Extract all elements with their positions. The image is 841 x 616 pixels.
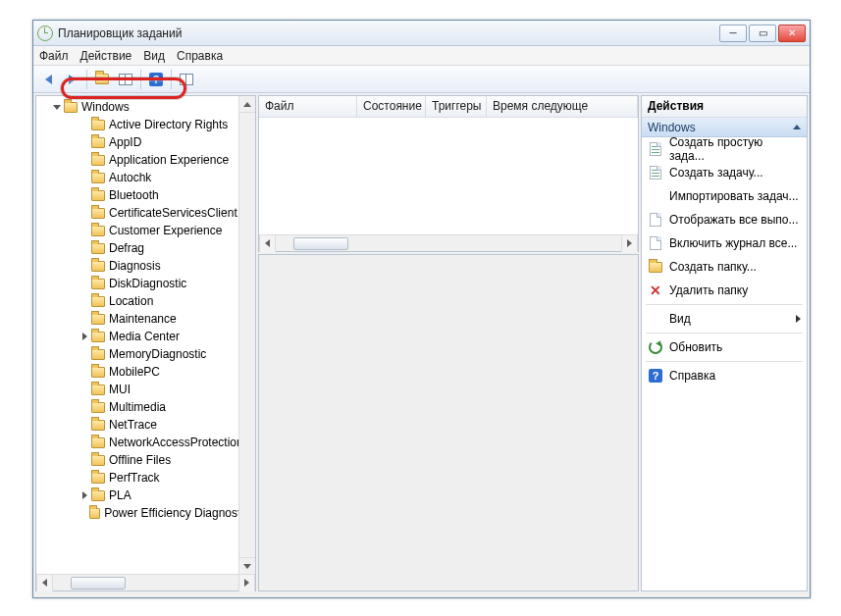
tree-node[interactable]: Multimedia [36, 398, 255, 416]
scroll-left-button[interactable] [36, 575, 53, 591]
twisty-icon [79, 420, 89, 430]
twisty-icon [79, 402, 89, 412]
action-delete-folder[interactable]: ✕ Удалить папку [642, 279, 807, 302]
twisty-icon [79, 173, 89, 182]
action-create-task[interactable]: Создать задачу... [642, 161, 807, 184]
tree-node[interactable]: MobilePC [36, 363, 255, 381]
tree-node[interactable]: Application Experience [36, 151, 255, 169]
titlebar[interactable]: Планировщик заданий ─ ▭ ✕ [33, 21, 810, 46]
tree-node[interactable]: NetTrace [36, 416, 255, 434]
tree-node[interactable]: AppID [36, 133, 255, 151]
list-header: Файл Состояние Триггеры Время следующе [259, 96, 638, 118]
properties-button[interactable] [176, 69, 197, 90]
import-icon [648, 188, 663, 204]
tree-node[interactable]: Bluetooth [36, 186, 255, 204]
tree-node[interactable]: DiskDiagnostic [36, 275, 255, 292]
action-import-task[interactable]: Импортировать задач... [642, 184, 807, 208]
tree-node-root[interactable]: Windows [36, 98, 255, 116]
folder-icon [91, 402, 105, 413]
tree-node[interactable]: Offline Files [36, 451, 255, 469]
scroll-thumb[interactable] [293, 237, 348, 250]
nav-forward-button[interactable] [61, 69, 82, 90]
maximize-button[interactable]: ▭ [749, 25, 776, 42]
tree-node[interactable]: Media Center [36, 328, 255, 345]
running-icon [648, 212, 663, 228]
tree-node[interactable]: Defrag [36, 239, 255, 257]
action-label: Создать папку... [669, 260, 757, 274]
column-state[interactable]: Состояние [357, 96, 426, 117]
twisty-icon[interactable] [52, 102, 62, 112]
task-list-pane: Файл Состояние Триггеры Время следующе [258, 95, 639, 252]
action-help[interactable]: ? Справка [642, 364, 807, 387]
action-enable-history[interactable]: Включить журнал все... [642, 231, 807, 255]
client-area: WindowsActive Directory RightsAppIDAppli… [33, 93, 810, 593]
arrow-right-icon [627, 239, 632, 247]
twisty-icon [79, 226, 89, 235]
tree-label: NetworkAccessProtection [109, 436, 243, 449]
tree-node[interactable]: NetworkAccessProtection [36, 434, 255, 451]
tree-label: NetTrace [109, 418, 157, 432]
twisty-icon [79, 473, 89, 483]
list-horizontal-scrollbar[interactable] [259, 234, 638, 251]
panes-button[interactable] [115, 69, 136, 90]
nav-back-button[interactable] [37, 69, 59, 90]
minimize-button[interactable]: ─ [719, 25, 747, 42]
scroll-left-button[interactable] [259, 235, 276, 252]
menu-view[interactable]: Вид [143, 49, 165, 63]
folder-icon [91, 367, 105, 378]
tree-label: Bluetooth [109, 188, 159, 202]
action-view-submenu[interactable]: Вид [642, 307, 807, 331]
tree-label: Multimedia [109, 400, 166, 414]
blank-icon [648, 311, 663, 327]
tree-node[interactable]: Autochk [36, 169, 255, 186]
menu-action[interactable]: Действие [80, 49, 132, 63]
help-icon: ? [149, 73, 163, 86]
twisty-icon[interactable] [79, 332, 89, 341]
action-refresh[interactable]: Обновить [642, 335, 807, 359]
tree-node[interactable]: Maintenance [36, 310, 255, 328]
up-folder-button[interactable] [91, 69, 113, 90]
task-list-body[interactable] [259, 118, 638, 234]
tree-label: Diagnosis [109, 259, 161, 273]
scroll-up-button[interactable] [239, 96, 255, 113]
tree-vertical-scrollbar[interactable] [238, 96, 255, 574]
action-show-running[interactable]: Отображать все выпо... [642, 208, 807, 231]
tree-horizontal-scrollbar[interactable] [36, 574, 255, 590]
tree-node[interactable]: Diagnosis [36, 257, 255, 275]
help-button[interactable]: ? [145, 69, 167, 90]
tree-view[interactable]: WindowsActive Directory RightsAppIDAppli… [36, 96, 255, 574]
tree-node[interactable]: CertificateServicesClient [36, 204, 255, 222]
menu-file[interactable]: Файл [39, 49, 69, 63]
scroll-down-button[interactable] [239, 557, 255, 574]
tree-node[interactable]: MemoryDiagnostic [36, 345, 255, 363]
tree-node[interactable]: Customer Experience [36, 222, 255, 239]
tree-node[interactable]: PLA [36, 487, 255, 504]
tree-node[interactable]: Active Directory Rights [36, 116, 255, 133]
tree-node[interactable]: Power Efficiency Diagnostics [36, 504, 255, 522]
twisty-icon[interactable] [79, 490, 89, 500]
tree-label: Customer Experience [109, 224, 222, 237]
scroll-thumb[interactable] [71, 577, 126, 590]
scroll-right-button[interactable] [621, 235, 638, 252]
collapse-icon [793, 125, 801, 129]
scroll-right-button[interactable] [238, 575, 255, 591]
tree-label: AppID [109, 135, 141, 149]
action-new-folder[interactable]: Создать папку... [642, 255, 807, 279]
column-file[interactable]: Файл [259, 96, 357, 117]
close-button[interactable]: ✕ [778, 25, 806, 42]
actions-context-header[interactable]: Windows [642, 118, 807, 137]
column-next-run[interactable]: Время следующе [487, 96, 638, 117]
arrow-down-icon [243, 564, 251, 569]
tree-label: Maintenance [109, 312, 177, 326]
new-folder-icon [648, 259, 663, 275]
action-separator [646, 333, 803, 334]
tree-node[interactable]: Location [36, 292, 255, 310]
column-triggers[interactable]: Триггеры [426, 96, 487, 117]
folder-icon [91, 243, 105, 254]
folder-icon [91, 473, 105, 484]
tree-node[interactable]: PerfTrack [36, 469, 255, 487]
menu-help[interactable]: Справка [177, 49, 223, 63]
tree-node[interactable]: MUI [36, 381, 255, 398]
action-create-basic-task[interactable]: Создать простую зада... [642, 137, 807, 161]
twisty-icon [79, 296, 89, 306]
